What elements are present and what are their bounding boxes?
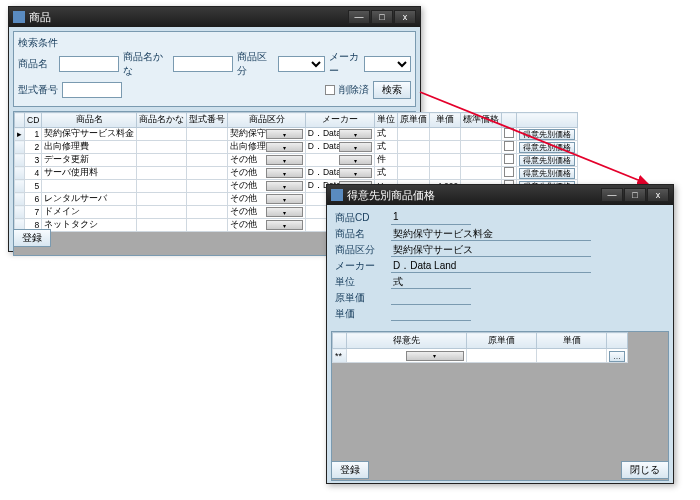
search-group-label: 検索条件 [18, 36, 411, 50]
maker-select[interactable] [364, 56, 411, 72]
name-value: 契約保守サービス料金 [391, 227, 591, 241]
cd-value: 1 [391, 211, 471, 225]
row-delete-button[interactable]: … [609, 351, 625, 362]
row-checkbox[interactable] [504, 141, 514, 151]
customer-price-button[interactable]: 得意先別価格 [519, 168, 575, 179]
chevron-down-icon[interactable]: ▾ [339, 168, 372, 178]
chevron-down-icon[interactable]: ▾ [339, 142, 372, 152]
col-header[interactable]: 型式番号 [187, 113, 228, 128]
chevron-down-icon[interactable]: ▾ [266, 194, 303, 204]
minimize-button[interactable]: — [601, 188, 623, 202]
chevron-down-icon[interactable]: ▾ [339, 155, 372, 165]
close-button[interactable]: x [394, 10, 416, 24]
model-label: 型式番号 [18, 83, 58, 97]
maximize-button[interactable]: □ [371, 10, 393, 24]
deleted-label: 削除済 [339, 83, 369, 97]
chevron-down-icon[interactable]: ▾ [266, 155, 303, 165]
col-header[interactable]: CD [25, 113, 42, 128]
row-checkbox[interactable] [504, 154, 514, 164]
app-icon [331, 189, 343, 201]
col-header[interactable]: 単位 [375, 113, 398, 128]
price-value [391, 307, 471, 321]
category-label: 商品区分 [237, 50, 274, 78]
col-header[interactable]: 商品区分 [228, 113, 306, 128]
unit-value: 式 [391, 275, 471, 289]
col-price: 単価 [537, 333, 607, 349]
titlebar[interactable]: 商品 — □ x [9, 7, 420, 27]
row-checkbox[interactable] [504, 128, 514, 138]
chevron-down-icon[interactable]: ▾ [266, 207, 303, 217]
row-checkbox[interactable] [504, 167, 514, 177]
new-row-marker: ** [333, 349, 347, 363]
register-button[interactable]: 登録 [13, 229, 51, 247]
cost-label: 原単価 [335, 291, 385, 305]
customer-grid-area: 得意先 原単価 単価 ** ▾ … [331, 331, 669, 481]
col-header[interactable]: 原単価 [398, 113, 430, 128]
register-button[interactable]: 登録 [331, 461, 369, 479]
customer-price-button[interactable]: 得意先別価格 [519, 142, 575, 153]
table-row[interactable]: ▸1契約保守サービス料金契約保守サー…▾D．Data Land▾式得意先別価格 [15, 128, 578, 141]
search-button[interactable]: 検索 [373, 81, 411, 99]
cd-label: 商品CD [335, 211, 385, 225]
maximize-button[interactable]: □ [624, 188, 646, 202]
product-name-input[interactable] [59, 56, 119, 72]
cat-label: 商品区分 [335, 243, 385, 257]
col-header[interactable]: 商品名 [42, 113, 137, 128]
chevron-down-icon[interactable]: ▾ [339, 129, 372, 139]
model-input[interactable] [62, 82, 122, 98]
price-label: 単価 [335, 307, 385, 321]
table-row[interactable]: 3データ更新その他▾▾件得意先別価格 [15, 154, 578, 167]
search-panel: 検索条件 商品名 商品名かな 商品区分 メーカー 型式番号 削除済 検索 [13, 31, 416, 107]
col-header[interactable]: 単価 [430, 113, 461, 128]
chevron-down-icon[interactable]: ▾ [266, 142, 303, 152]
product-name-label: 商品名 [18, 57, 55, 71]
col-header[interactable]: メーカー [305, 113, 374, 128]
name-label: 商品名 [335, 227, 385, 241]
col-cost: 原単価 [467, 333, 537, 349]
app-icon [13, 11, 25, 23]
table-row[interactable]: 2出向修理費出向修理費▾D．Data Land▾式得意先別価格 [15, 141, 578, 154]
maker-value: D．Data Land [391, 259, 591, 273]
customer-price-button[interactable]: 得意先別価格 [519, 155, 575, 166]
maker-label: メーカー [329, 50, 360, 78]
window-title: 得意先別商品価格 [347, 188, 601, 203]
product-kana-input[interactable] [173, 56, 233, 72]
maker-label2: メーカー [335, 259, 385, 273]
deleted-checkbox[interactable] [325, 85, 335, 95]
col-customer: 得意先 [347, 333, 467, 349]
category-select[interactable] [278, 56, 325, 72]
customer-grid[interactable]: 得意先 原単価 単価 ** ▾ … [332, 332, 628, 363]
col-header[interactable]: 標準価格 [461, 113, 502, 128]
chevron-down-icon[interactable]: ▾ [266, 129, 303, 139]
close-button[interactable]: x [647, 188, 669, 202]
minimize-button[interactable]: — [348, 10, 370, 24]
chevron-down-icon[interactable]: ▾ [406, 351, 465, 361]
window-title: 商品 [29, 10, 348, 25]
product-kana-label: 商品名かな [123, 50, 169, 78]
col-header[interactable]: 商品名かな [137, 113, 187, 128]
chevron-down-icon[interactable]: ▾ [266, 168, 303, 178]
table-row[interactable]: 4サーバ使用料その他▾D．Data Land▾式得意先別価格 [15, 167, 578, 180]
chevron-down-icon[interactable]: ▾ [266, 181, 303, 191]
cost-value [391, 291, 471, 305]
new-row[interactable]: ** ▾ … [333, 349, 628, 363]
unit-label: 単位 [335, 275, 385, 289]
close-dialog-button[interactable]: 閉じる [621, 461, 669, 479]
customer-price-window: 得意先別商品価格 — □ x 商品CD1 商品名契約保守サービス料金 商品区分契… [326, 184, 674, 484]
titlebar[interactable]: 得意先別商品価格 — □ x [327, 185, 673, 205]
cat-value: 契約保守サービス [391, 243, 591, 257]
customer-price-button[interactable]: 得意先別価格 [519, 129, 575, 140]
